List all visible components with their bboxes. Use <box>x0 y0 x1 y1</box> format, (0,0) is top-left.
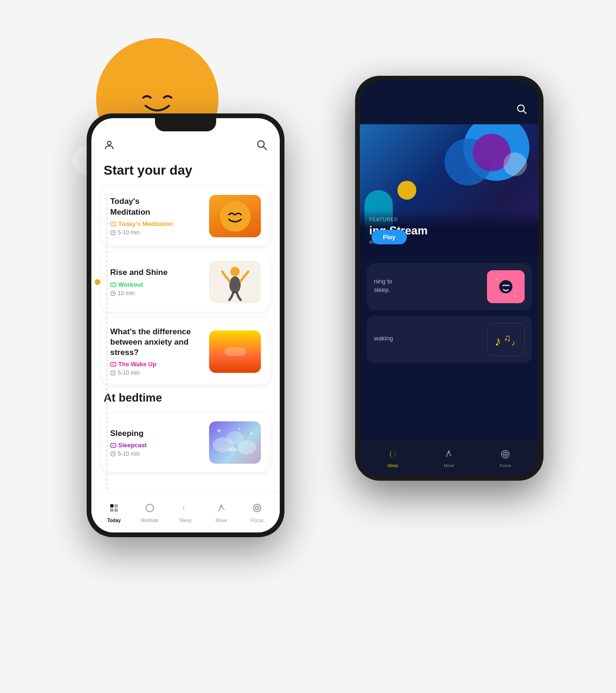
card-anxiety-title: What's the difference between anxiety an… <box>110 327 203 358</box>
svg-text:✦: ✦ <box>494 277 498 282</box>
card-rise-shine-content: Rise and Shine Workout 10 min <box>110 267 209 296</box>
svg-text:♪: ♪ <box>494 334 501 348</box>
dark-card-music-title: waking <box>374 334 481 343</box>
card-sleeping-time: 5-10 min <box>110 451 203 457</box>
nav-sleep[interactable]: Sleep <box>168 503 203 523</box>
svg-text:♪: ♪ <box>511 339 515 347</box>
dark-card-music-text: waking <box>374 334 481 345</box>
svg-rect-40 <box>110 504 113 508</box>
cards-area: Today'sMeditation Today's Meditation 5-1… <box>102 186 269 385</box>
blob-decoration-4 <box>397 181 416 200</box>
dark-card-sleep-thumb: ✦ ✦ <box>487 270 525 303</box>
svg-rect-42 <box>110 508 113 512</box>
progress-line <box>106 193 107 490</box>
svg-point-44 <box>146 504 154 512</box>
dark-card-sleep-title: ning tosleep. <box>374 277 481 294</box>
dark-search-icon[interactable] <box>517 104 527 117</box>
phone-front-screen: Start your day Today'sMeditation Today's… <box>91 118 280 532</box>
play-button[interactable]: Play <box>372 230 407 244</box>
profile-icon[interactable] <box>104 139 115 153</box>
nav-focus-label: Focus <box>251 518 263 523</box>
dark-nav-focus-label: Focus <box>500 463 511 468</box>
search-icon[interactable] <box>256 139 267 153</box>
phone-notch <box>155 118 216 131</box>
dark-nav-move[interactable]: Move <box>444 449 454 468</box>
dark-card-sleep[interactable]: ning tosleep. <box>367 263 532 310</box>
dark-nav-sleep[interactable]: Sleep <box>387 449 398 468</box>
phone-main-content: Start your day Today'sMeditation Today's… <box>91 118 280 532</box>
svg-line-1 <box>523 111 526 113</box>
featured-content: Featured ing Stream ast · 45 min Play <box>360 210 539 256</box>
dark-bottom-nav: Sleep Move Focus <box>360 441 539 476</box>
featured-hero: Featured ing Stream ast · 45 min Play <box>360 124 539 256</box>
svg-point-25 <box>229 276 241 293</box>
dark-nav-focus-icon <box>500 449 511 462</box>
card-sleeping[interactable]: Sleeping Sleepcast 5-10 min <box>102 413 269 472</box>
dark-nav-sleep-icon <box>388 449 398 462</box>
svg-rect-41 <box>114 504 118 508</box>
bottom-nav: Today Meditate Sleep <box>91 492 280 532</box>
svg-point-36 <box>237 440 256 454</box>
svg-point-3 <box>499 280 512 293</box>
card-meditation[interactable]: Today'sMeditation Today's Meditation 5-1… <box>102 186 269 246</box>
svg-text:✦: ✦ <box>249 430 254 437</box>
card-rise-shine-thumb <box>209 261 261 303</box>
svg-point-48 <box>257 507 258 508</box>
phone-back: Featured ing Stream ast · 45 min Play ni… <box>355 76 543 481</box>
nav-today-label: Today <box>107 518 121 523</box>
dark-nav-move-icon <box>444 449 454 462</box>
dark-card-music[interactable]: waking ♪ ♫ ♪ <box>367 316 532 363</box>
dark-screen-content: Featured ing Stream ast · 45 min Play ni… <box>360 81 539 476</box>
svg-point-12 <box>505 453 506 455</box>
svg-point-45 <box>220 505 222 507</box>
svg-point-13 <box>107 141 111 145</box>
card-dot-indicator <box>95 279 100 285</box>
nav-move[interactable]: Move <box>203 503 239 523</box>
card-anxiety-tag: The Wake Up <box>110 361 203 368</box>
scene: Featured ing Stream ast · 45 min Play ni… <box>49 29 567 664</box>
nav-focus-icon <box>252 503 262 516</box>
card-meditation-tag: Today's Meditation <box>110 220 203 227</box>
phone-back-screen: Featured ing Stream ast · 45 min Play ni… <box>360 81 539 476</box>
nav-meditate[interactable]: Meditate <box>132 503 168 523</box>
dark-nav-sleep-label: Sleep <box>387 463 398 468</box>
card-rise-shine-time: 10 min <box>110 290 203 297</box>
section-start-title: Start your day <box>102 163 269 178</box>
dark-card-sleep-text: ning tosleep. <box>374 277 481 296</box>
nav-focus[interactable]: Focus <box>239 503 275 523</box>
phone-header <box>102 139 269 153</box>
card-anxiety-time: 5-10 min <box>110 370 203 376</box>
featured-tag-label: Featured <box>369 217 529 222</box>
card-rise-shine-title: Rise and Shine <box>110 267 203 278</box>
svg-text:✦: ✦ <box>513 294 517 298</box>
card-anxiety-thumb <box>209 330 261 373</box>
nav-today-icon <box>109 503 119 516</box>
svg-point-24 <box>230 267 240 276</box>
card-sleeping-tag: Sleepcast <box>110 442 203 449</box>
dark-header <box>360 81 539 124</box>
card-anxiety[interactable]: What's the difference between anxiety an… <box>102 318 269 385</box>
card-rise-shine[interactable]: Rise and Shine Workout 10 min <box>102 252 269 312</box>
card-rise-shine-tag: Workout <box>110 281 203 288</box>
dark-nav-focus[interactable]: Focus <box>500 449 511 468</box>
svg-text:♫: ♫ <box>504 332 511 343</box>
card-sleeping-title: Sleeping <box>110 428 203 439</box>
card-sleeping-thumb: ✦ ✦ ✦ <box>209 421 261 464</box>
nav-sleep-icon <box>180 503 191 516</box>
phone-front: Start your day Today'sMeditation Today's… <box>87 113 284 537</box>
blob-decoration-5 <box>503 153 527 176</box>
card-anxiety-content: What's the difference between anxiety an… <box>110 327 209 376</box>
card-sleeping-content: Sleeping Sleepcast 5-10 min <box>110 428 209 457</box>
svg-text:✦: ✦ <box>216 427 222 435</box>
nav-meditate-label: Meditate <box>141 518 159 523</box>
nav-today[interactable]: Today <box>96 503 132 523</box>
nav-sleep-label: Sleep <box>179 518 192 523</box>
card-meditation-time: 5-10 min <box>110 229 203 236</box>
card-meditation-title: Today'sMeditation <box>110 196 203 217</box>
section-bedtime-title: At bedtime <box>102 391 269 404</box>
card-meditation-content: Today'sMeditation Today's Meditation 5-1… <box>110 196 209 235</box>
svg-text:✦: ✦ <box>237 427 241 432</box>
meditation-sun-icon <box>220 201 251 232</box>
svg-line-15 <box>263 146 267 150</box>
dark-nav-move-label: Move <box>444 463 454 468</box>
